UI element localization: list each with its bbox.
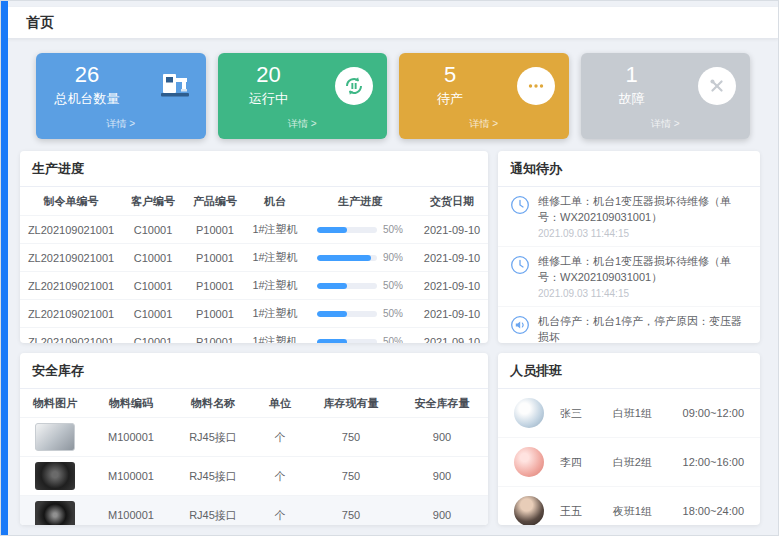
cell-material-name: RJ45接口 [172, 457, 254, 496]
col-order-no: 制令单编号 [20, 187, 122, 216]
cell-customer-no: C10001 [122, 300, 184, 328]
card-fault[interactable]: 1 故障 详情 > [581, 53, 751, 139]
cell-order-no: ZL202109021001 [20, 300, 122, 328]
list-item[interactable]: 维修工单：机台1变压器损坏待维修（单号：WX202109031001） 2021… [498, 247, 760, 307]
card-running-top: 20 运行中 [232, 63, 374, 108]
list-item: 张三 白班1组 09:00~12:00 [498, 389, 760, 438]
machine-icon [158, 69, 192, 103]
cell-material-code: M100001 [90, 457, 172, 496]
card-running-info: 20 运行中 [232, 63, 306, 108]
list-item[interactable]: 机台停产：机台1停产，停产原因：变压器损坏 2021.09.03 11:44:1… [498, 307, 760, 343]
notification-time: 2021.09.03 11:44:15 [538, 228, 748, 239]
cell-stock-qty: 750 [306, 496, 396, 526]
table-row: M100001 RJ45接口 个 750 900 [20, 418, 488, 457]
notifications-panel-title: 通知待办 [498, 151, 760, 187]
table-row: ZL202109021001 C10001 P10001 1#注塑机 50% 2… [20, 216, 488, 244]
card-waiting[interactable]: 5 待产 详情 > [399, 53, 569, 139]
col-material-code: 物料编码 [90, 389, 172, 418]
list-item: 王五 夜班1组 18:00~24:00 [498, 487, 760, 525]
cell-product-no: P10001 [184, 216, 246, 244]
sidebar-edge [1, 1, 8, 535]
waiting-label: 待产 [413, 90, 487, 108]
progress-label: 90% [383, 252, 403, 263]
history-icon [510, 254, 530, 299]
cell-material-image [20, 496, 90, 526]
header: 首页 [8, 7, 778, 39]
table-row: ZL202109021001 C10001 P10001 1#注塑机 50% 2… [20, 300, 488, 328]
cell-product-no: P10001 [184, 272, 246, 300]
progress-label: 50% [383, 308, 403, 319]
ellipsis-icon [517, 67, 555, 105]
person-time: 18:00~24:00 [683, 505, 744, 517]
card-total-machines[interactable]: 26 总机台数量 详情 > [36, 53, 206, 139]
person-time: 12:00~16:00 [683, 456, 744, 468]
connector-photo [35, 462, 75, 490]
cell-customer-no: C10001 [122, 328, 184, 344]
avatar [514, 496, 544, 525]
person-name: 张三 [560, 406, 613, 421]
cell-machine: 1#注塑机 [246, 328, 304, 344]
notification-body: 维修工单：机台1变压器损坏待维修（单号：WX202109031001） 2021… [538, 194, 748, 239]
card-running[interactable]: 20 运行中 详情 > [218, 53, 388, 139]
person-name: 王五 [560, 504, 613, 519]
fault-detail-link[interactable]: 详情 > [595, 117, 737, 131]
notification-body: 维修工单：机台1变压器损坏待维修（单号：WX202109031001） 2021… [538, 254, 748, 299]
rj45-photo [35, 423, 75, 451]
fault-value: 1 [595, 63, 669, 87]
cell-material-code: M100001 [90, 496, 172, 526]
cell-delivery-date: 2021-09-10 [416, 244, 488, 272]
cell-delivery-date: 2021-09-10 [416, 272, 488, 300]
notification-text: 维修工单：机台1变压器损坏待维修（单号：WX202109031001） [538, 194, 748, 226]
person-shift: 白班2组 [613, 455, 683, 470]
list-item: 李四 白班2组 12:00~16:00 [498, 438, 760, 487]
total-machines-label: 总机台数量 [50, 90, 124, 108]
table-row: M100001 RJ45接口 个 750 900 [20, 496, 488, 526]
cell-unit: 个 [254, 496, 306, 526]
production-table: 制令单编号 客户编号 产品编号 机台 生产进度 交货日期 ZL202109021… [20, 187, 488, 343]
speaker-icon [510, 314, 530, 343]
total-machines-detail-link[interactable]: 详情 > [50, 117, 192, 131]
person-shift: 夜班1组 [613, 504, 683, 519]
cell-machine: 1#注塑机 [246, 272, 304, 300]
schedule-panel-title: 人员排班 [498, 353, 760, 389]
col-product-no: 产品编号 [184, 187, 246, 216]
tab-home[interactable]: 首页 [20, 10, 60, 36]
production-panel-title: 生产进度 [20, 151, 488, 187]
running-label: 运行中 [232, 90, 306, 108]
cell-unit: 个 [254, 457, 306, 496]
notification-text: 机台停产：机台1停产，停产原因：变压器损坏 [538, 314, 748, 343]
running-value: 20 [232, 63, 306, 87]
table-row: ZL202109021001 C10001 P10001 1#注塑机 50% 2… [20, 328, 488, 344]
running-icon [335, 67, 373, 105]
waiting-detail-link[interactable]: 详情 > [413, 117, 555, 131]
list-item[interactable]: 维修工单：机台1变压器损坏待维修（单号：WX202109031001） 2021… [498, 187, 760, 247]
cell-machine: 1#注塑机 [246, 244, 304, 272]
table-row: ZL202109021001 C10001 P10001 1#注塑机 50% 2… [20, 272, 488, 300]
cell-order-no: ZL202109021001 [20, 244, 122, 272]
col-machine: 机台 [246, 187, 304, 216]
card-total-machines-top: 26 总机台数量 [50, 63, 192, 108]
col-unit: 单位 [254, 389, 306, 418]
running-detail-link[interactable]: 详情 > [232, 117, 374, 131]
panel-safety-stock: 安全库存 物料图片 物料编码 物料名称 单位 库存现有量 安全库存量 [20, 353, 488, 525]
cell-delivery-date: 2021-09-10 [416, 300, 488, 328]
stat-cards: 26 总机台数量 详情 > [8, 53, 778, 139]
progress-bar [317, 283, 377, 289]
cell-material-image [20, 418, 90, 457]
panel-notifications: 通知待办 维修工单：机台1变压器损坏待维修（单号：WX202109031001）… [498, 151, 760, 343]
col-progress: 生产进度 [304, 187, 416, 216]
cell-order-no: ZL202109021001 [20, 328, 122, 344]
cell-safety-qty: 900 [396, 457, 488, 496]
tools-icon [698, 67, 736, 105]
col-delivery-date: 交货日期 [416, 187, 488, 216]
production-header-row: 制令单编号 客户编号 产品编号 机台 生产进度 交货日期 [20, 187, 488, 216]
col-customer-no: 客户编号 [122, 187, 184, 216]
cell-progress: 50% [304, 328, 416, 344]
avatar [514, 398, 544, 428]
total-machines-value: 26 [50, 63, 124, 87]
notification-text: 维修工单：机台1变压器损坏待维修（单号：WX202109031001） [538, 254, 748, 286]
progress-bar [317, 339, 377, 344]
cell-order-no: ZL202109021001 [20, 272, 122, 300]
cell-progress: 50% [304, 300, 416, 328]
cell-material-name: RJ45接口 [172, 418, 254, 457]
